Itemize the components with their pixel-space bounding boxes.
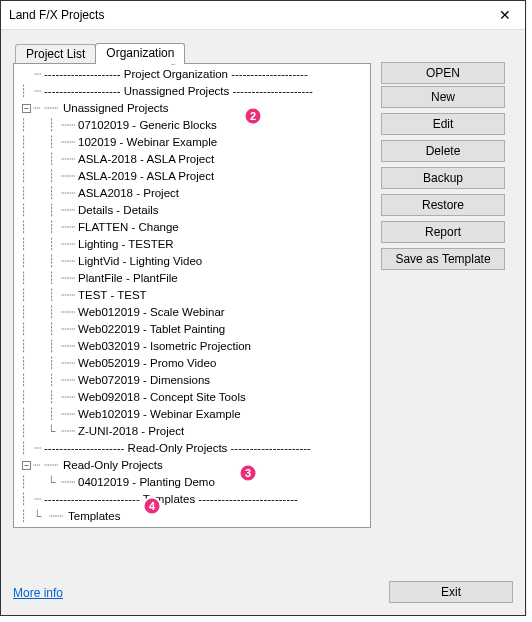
tree-row[interactable]: ┊┊┈┈Lighting - TESTER xyxy=(16,236,366,253)
separator: --------------------- Read-Only Projects… xyxy=(44,440,311,457)
tree-row[interactable]: ┊┊┈┈Details - Details xyxy=(16,202,366,219)
separator: -------------------- Unassigned Projects… xyxy=(44,83,313,100)
project-item[interactable]: Z-UNI-2018 - Project xyxy=(78,423,184,440)
tree-row[interactable]: ┊┊┈┈LightVid - Lighting Video xyxy=(16,253,366,270)
tree-row[interactable]: ┊┊┈┈FLATTEN - Change xyxy=(16,219,366,236)
right-column: OPEN New Edit Delete Backup Restore Repo… xyxy=(381,42,513,272)
project-item[interactable]: Web052019 - Promo Video xyxy=(78,355,216,372)
tree-row[interactable]: ┊┊┈┈Web012019 - Scale Webinar xyxy=(16,304,366,321)
tree-row[interactable]: ┊┊┈┈Web052019 - Promo Video xyxy=(16,355,366,372)
expander-icon[interactable]: − xyxy=(22,104,31,113)
action-button-stack: New Edit Delete Backup Restore Report Sa… xyxy=(381,86,513,272)
tree-row[interactable]: ┊┊┈┈Web032019 - Isometric Projection xyxy=(16,338,366,355)
close-icon: ✕ xyxy=(499,7,511,23)
left-column: Project List Organization 1 2 3 4 xyxy=(13,42,371,528)
tree-row[interactable]: −┈┈┈Read-Only Projects xyxy=(16,457,366,474)
tree-row[interactable]: ┊┊┈┈ASLA-2018 - ASLA Project xyxy=(16,151,366,168)
project-item[interactable]: ASLA2018 - Project xyxy=(78,185,179,202)
project-item[interactable]: Web022019 - Tablet Painting xyxy=(78,321,225,338)
project-item[interactable]: Web102019 - Webinar Example xyxy=(78,406,241,423)
separator: ------------------------- Templates ----… xyxy=(44,491,298,508)
window-title: Land F/X Projects xyxy=(9,8,104,22)
tab-organization[interactable]: Organization xyxy=(95,43,185,64)
open-button[interactable]: OPEN xyxy=(381,62,505,84)
separator-project-organization: -------------------- Project Organizatio… xyxy=(44,66,308,83)
delete-button[interactable]: Delete xyxy=(381,140,505,162)
restore-button[interactable]: Restore xyxy=(381,194,505,216)
project-item[interactable]: PlantFile - PlantFile xyxy=(78,270,178,287)
tree-row[interactable]: ┊┊┈┈TEST - TEST xyxy=(16,287,366,304)
more-info-link[interactable]: More info xyxy=(13,586,63,600)
tree-row[interactable]: ┊┊┈┈102019 - Webinar Example xyxy=(16,134,366,151)
tree-row[interactable]: ┊┊┈┈ASLA-2019 - ASLA Project xyxy=(16,168,366,185)
folder-label[interactable]: Unassigned Projects xyxy=(63,100,168,117)
close-button[interactable]: ✕ xyxy=(485,1,525,29)
project-item[interactable]: Web072019 - Dimensions xyxy=(78,372,210,389)
expander-icon[interactable]: − xyxy=(22,461,31,470)
tree-row[interactable]: ┊└┈┈Templates xyxy=(16,508,366,525)
folder-label[interactable]: Templates xyxy=(68,508,120,525)
project-item[interactable]: Web032019 - Isometric Projection xyxy=(78,338,251,355)
tree-row[interactable]: ┊┊┈┈Web092018 - Concept Site Tools xyxy=(16,389,366,406)
dialog-body: Project List Organization 1 2 3 4 xyxy=(1,30,525,615)
edit-button[interactable]: Edit xyxy=(381,113,505,135)
footer: More info Exit xyxy=(13,581,513,605)
tree-row[interactable]: ┊┊┈┈PlantFile - PlantFile xyxy=(16,270,366,287)
project-item[interactable]: 102019 - Webinar Example xyxy=(78,134,217,151)
tab-project-list[interactable]: Project List xyxy=(15,44,96,64)
tree-row[interactable]: ┊┊┈┈Web022019 - Tablet Painting xyxy=(16,321,366,338)
main-row: Project List Organization 1 2 3 4 xyxy=(13,42,513,575)
project-tree[interactable]: ┈-------------------- Project Organizati… xyxy=(16,66,366,525)
tree-row[interactable]: ┊┊┈┈Web102019 - Webinar Example xyxy=(16,406,366,423)
tabstrip: Project List Organization xyxy=(15,42,371,63)
project-item[interactable]: 07102019 - Generic Blocks xyxy=(78,117,217,134)
project-item[interactable]: TEST - TEST xyxy=(78,287,147,304)
tree-row[interactable]: ┊┈--------------------- Read-Only Projec… xyxy=(16,440,366,457)
backup-button[interactable]: Backup xyxy=(381,167,505,189)
tree-row[interactable]: ┈-------------------- Project Organizati… xyxy=(16,66,366,83)
exit-button[interactable]: Exit xyxy=(389,581,513,603)
tree-row[interactable]: ┊└┈┈04012019 - Planting Demo xyxy=(16,474,366,491)
new-button[interactable]: New xyxy=(381,86,505,108)
project-item[interactable]: ASLA-2018 - ASLA Project xyxy=(78,151,214,168)
project-item[interactable]: Lighting - TESTER xyxy=(78,236,174,253)
folder-label[interactable]: Read-Only Projects xyxy=(63,457,163,474)
project-item[interactable]: 04012019 - Planting Demo xyxy=(78,474,215,491)
tree-row[interactable]: ┊└┈┈Z-UNI-2018 - Project xyxy=(16,423,366,440)
project-item[interactable]: FLATTEN - Change xyxy=(78,219,179,236)
tree-row[interactable]: ┊┊┈┈ASLA2018 - Project xyxy=(16,185,366,202)
project-item[interactable]: ASLA-2019 - ASLA Project xyxy=(78,168,214,185)
project-item[interactable]: LightVid - Lighting Video xyxy=(78,253,202,270)
tree-row[interactable]: ┊┊┈┈Web072019 - Dimensions xyxy=(16,372,366,389)
report-button[interactable]: Report xyxy=(381,221,505,243)
save-as-template-button[interactable]: Save as Template xyxy=(381,248,505,270)
tree-row[interactable]: ┊┈------------------------- Templates --… xyxy=(16,491,366,508)
project-item[interactable]: Web012019 - Scale Webinar xyxy=(78,304,225,321)
tree-row[interactable]: −┈┈┈Unassigned Projects xyxy=(16,100,366,117)
project-item[interactable]: Web092018 - Concept Site Tools xyxy=(78,389,246,406)
tab-panel-organization: 1 2 3 4 ┈-------------------- Project Or… xyxy=(13,63,371,528)
tree-row[interactable]: ┊┈-------------------- Unassigned Projec… xyxy=(16,83,366,100)
tree-row[interactable]: ┊┊┈┈07102019 - Generic Blocks xyxy=(16,117,366,134)
titlebar: Land F/X Projects ✕ xyxy=(1,1,525,30)
project-item[interactable]: Details - Details xyxy=(78,202,159,219)
landfx-projects-window: Land F/X Projects ✕ Project List Organiz… xyxy=(0,0,526,616)
